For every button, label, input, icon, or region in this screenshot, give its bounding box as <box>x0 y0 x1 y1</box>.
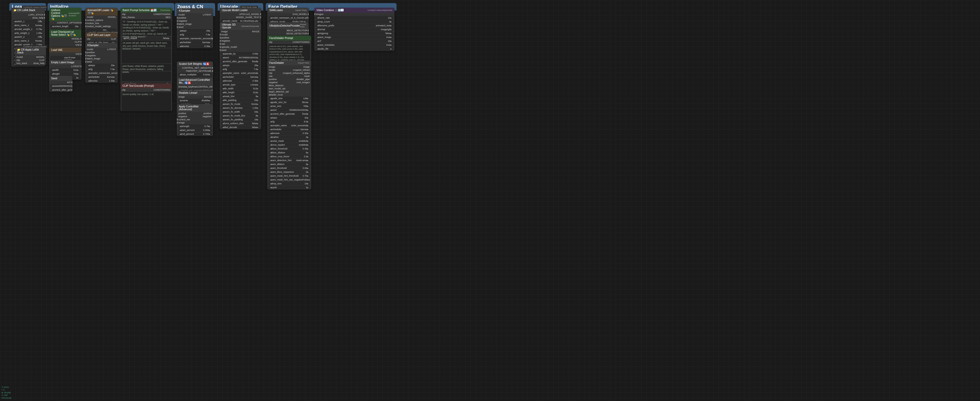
widget-base_multiplier[interactable]: ◀base_multiplier0.825▶ <box>178 73 212 76</box>
widget-denoise[interactable]: ◀denoise1.00▶ <box>86 79 116 82</box>
widget-width[interactable]: ◀width512▶ <box>50 68 80 72</box>
neg-text[interactable]: (worst quality, low quality: 1.4) <box>121 92 171 111</box>
canvas[interactable]: Lora Comfyroll Custom Nodes 📁 CR LoRA St… <box>0 0 980 401</box>
widget-denoise[interactable]: ◀denoise0.30▶ <box>178 44 212 48</box>
widget-filename_prefix[interactable]: ◀filename_prefixanimated_test▶ <box>315 24 393 27</box>
widget-cfg[interactable]: ◀cfg7.0▶ <box>178 33 212 36</box>
node-clip-encode[interactable]: CLIP Text Encode (Prompt) clipCONDITIONI… <box>121 83 172 111</box>
node-facedetailer[interactable]: FaceDetailerImpact Pack imageimagemodelc… <box>267 60 311 190</box>
widget-sam_threshold[interactable]: ◀sam_threshold0.93▶ <box>268 166 310 170</box>
widget-scheduler[interactable]: ◀schedulerkarras▶ <box>178 41 212 44</box>
widget-seam_fix_mask_blur[interactable]: ◀seam_fix_mask_blur8▶ <box>221 114 260 117</box>
widget-tiled_decode[interactable]: ◀tiled_decodefalse▶ <box>221 125 260 129</box>
widget-seed[interactable]: ◀seed78296618443029▶ <box>268 108 310 112</box>
widget-denoise[interactable]: ◀denoise0.30▶ <box>221 79 260 82</box>
widget-sam_mask_hint_threshold[interactable]: ◀sam_mask_hint_threshold0.70▶ <box>268 174 310 178</box>
widget-end_percent[interactable]: ◀end_percent0.750▶ <box>178 132 212 136</box>
node-title: 📁 CR LoRA Stack <box>13 9 35 12</box>
widget-feather[interactable]: ◀feather3▶ <box>268 135 310 139</box>
widget-loop_count[interactable]: ◀loop_count4▶ <box>315 20 393 24</box>
widget-height[interactable]: ◀height768▶ <box>50 72 80 76</box>
widget-control_after_generate[interactable]: ◀control_after_generatefixed▶ <box>50 88 72 92</box>
widget-seam_fix_width[interactable]: ◀seam_fix_width64▶ <box>221 110 260 114</box>
widget-crf[interactable]: ◀crf18▶ <box>315 39 393 43</box>
node-upscale-loader[interactable]: Upscale Model Loader UPSCALE_MODEL MODEL… <box>220 8 261 23</box>
pre-text[interactable]: 18 years old girl, adult girl, solo, bla… <box>121 41 171 48</box>
widget-model_name[interactable]: ◀model_namesam_vit_b_01ec64.pth▶ <box>268 16 308 20</box>
node-apply-lora[interactable]: 📁 CR Apply LoRA Stack modelMODEL clipCLI… <box>15 47 46 65</box>
widget-audio_file[interactable]: ◀audio_file▶ <box>315 47 393 51</box>
widget-pingpong[interactable]: ◀pingpongfalse▶ <box>315 32 393 35</box>
widget-seam_fix_denoise[interactable]: ◀seam_fix_denoise1.00▶ <box>221 106 260 110</box>
widget-steps[interactable]: ◀steps20▶ <box>86 63 116 67</box>
widget-sam_detection_hint[interactable]: ◀sam_detection_hintmask-area▶ <box>268 158 310 162</box>
widget-switch_2[interactable]: ◀switch_2Off▶ <box>13 35 44 39</box>
node-ksampler2[interactable]: KSampler modelLATENT positive negative l… <box>177 8 213 48</box>
widget-sampler_name[interactable]: ◀sampler_nameeuler_ancestral▶ <box>86 71 116 75</box>
widget-tile_padding[interactable]: ◀tile_padding64▶ <box>221 98 260 102</box>
widget-start_percent[interactable]: ◀start_percent0.000▶ <box>178 128 212 132</box>
widget-model_weight_1[interactable]: ◀model_weight_10.70▶ <box>13 27 44 31</box>
widget-force_inpaint[interactable]: ◀force_inpaintenabled▶ <box>268 143 310 147</box>
widget-frame_rate[interactable]: ◀frame_rate12▶ <box>315 16 393 20</box>
node-sam[interactable]: SAMLoaderImpact Pack SAM_MODEL ◀model_na… <box>267 8 309 24</box>
widget-seam_fix_padding[interactable]: ◀seam_fix_padding16▶ <box>221 118 260 121</box>
node-apply-cn[interactable]: Apply ControlNet (Advanced) positiveposi… <box>177 104 213 136</box>
node-video[interactable]: Video Combine 🎥🆗🆂ComfyUI-VideoHelperSuit… <box>314 8 395 51</box>
widget-sampler_name[interactable]: ◀sampler_nameeuler_ancestral▶ <box>221 71 260 75</box>
widget-scheduler[interactable]: ◀schedulerkarras▶ <box>268 128 310 131</box>
widget-lora_name_1[interactable]: ◀lora_name_1None▶ <box>13 24 44 27</box>
widget-drop_size[interactable]: ◀drop_size10▶ <box>268 182 310 185</box>
widget-tile_height[interactable]: ◀tile_height512▶ <box>221 90 260 94</box>
widget-switch_1[interactable]: ◀switch_1Off▶ <box>13 20 44 23</box>
widget-cfg[interactable]: ◀cfg7.0▶ <box>86 67 116 71</box>
widget-cfg[interactable]: ◀cfg8.0▶ <box>268 120 310 124</box>
node-ultimate-sd[interactable]: Ultimate SD UpscaleUltimateSDUpscale ima… <box>220 22 261 129</box>
widget-guide_size_for[interactable]: ◀guide_size_forbbox▶ <box>268 100 310 104</box>
widget-save_metadata[interactable]: ◀save_metadatatrue▶ <box>315 43 393 47</box>
widget-steps[interactable]: ◀steps20▶ <box>268 116 310 120</box>
widget-bbox_crop_factor[interactable]: ◀bbox_crop_factor2.0▶ <box>268 155 310 158</box>
node-fd-prompt[interactable]: FaceDetailer Prompt clipCONDITIONING (na… <box>267 36 311 61</box>
widget-mode_type[interactable]: ◀mode_typeLinear▶ <box>221 83 260 87</box>
widget-noise_mask[interactable]: ◀noise_maskenabled▶ <box>268 139 310 143</box>
widget-tile_width[interactable]: ◀tile_width512▶ <box>221 87 260 90</box>
node-seed[interactable]: Seed INT ◀noise9990994542▶◀control_after… <box>49 76 72 92</box>
widget-lora_name_2[interactable]: ◀lora_name_2None▶ <box>13 39 44 43</box>
widget-save_image[interactable]: ◀save_imagetrue▶ <box>315 35 393 39</box>
widget-scheduler[interactable]: ◀schedulerkarras▶ <box>86 75 116 79</box>
widget-control_after_generate[interactable]: ◀control_after_generatefixed▶ <box>268 112 310 116</box>
widget-bbox_threshold[interactable]: ◀bbox_threshold0.35▶ <box>268 147 310 151</box>
widget-denoise[interactable]: ◀denoise0.30▶ <box>268 132 310 135</box>
widget-sam_bbox_expansion[interactable]: ◀sam_bbox_expansion0▶ <box>268 170 310 174</box>
widget-force_uniform_tiles[interactable]: ◀force_uniform_tilesfalse▶ <box>221 122 260 125</box>
widget-cycle[interactable]: ◀cycle1▶ <box>268 185 310 189</box>
widget-sam_mask_hint_use_negative[interactable]: ◀sam_mask_hint_use_negativeFalse▶ <box>268 178 310 182</box>
widget-steps[interactable]: ◀steps20▶ <box>221 63 260 67</box>
widget-cfg[interactable]: ◀cfg7.0▶ <box>221 67 260 71</box>
widget-format[interactable]: ◀formatimage/gif▶ <box>315 28 393 31</box>
widget-sam_dilation[interactable]: ◀sam_dilation0▶ <box>268 162 310 166</box>
widget-coarse[interactable]: ◀coarsedisable▶ <box>178 99 212 102</box>
prompt-text[interactable]: "0" :"(smiling: (0.5+0.5*sin(t/12))) , c… <box>121 19 171 36</box>
widget-strength[interactable]: ◀strength0.75▶ <box>178 124 212 128</box>
widget-seam_fix_mode[interactable]: ◀seam_fix_modeNone▶ <box>221 102 260 106</box>
widget-context_length[interactable]: ◀context_length16▶ <box>50 25 80 28</box>
widget-clip_weight_1[interactable]: ◀clip_weight_11.00▶ <box>13 31 44 35</box>
app-text[interactable]: pink flower, white flower, wisteria, pet… <box>121 64 171 71</box>
widget-noise[interactable]: ◀noise9990994542▶ <box>50 84 72 88</box>
widget-seed[interactable]: ◀seed94749856426342▶ <box>221 56 260 59</box>
fd-text[interactable]: (natural skin:0.87), (skin details, skin… <box>268 44 310 61</box>
widget-scheduler[interactable]: ◀schedulerkarras▶ <box>221 75 260 79</box>
widget-bbox_dilation[interactable]: ◀bbox_dilation5▶ <box>268 151 310 154</box>
widget-control_after_generate[interactable]: ◀control_after_generatefixed▶ <box>221 60 260 63</box>
widget-sampler_name[interactable]: ◀sampler_nameeuler_ancestral▶ <box>268 124 310 127</box>
widget-mask_blur[interactable]: ◀mask_blur8▶ <box>221 95 260 98</box>
widget-sampler_name[interactable]: ◀sampler_nameeuler_ancestral▶ <box>178 36 212 40</box>
widget-steps[interactable]: ◀steps20▶ <box>178 29 212 33</box>
widget-upscale_by[interactable]: ◀upscale_by2.00▶ <box>221 52 260 55</box>
node-title: 📁 CR Apply LoRA Stack <box>17 48 44 54</box>
node-ksampler-init[interactable]: KSampler modelLATENT positive negative l… <box>85 43 118 83</box>
widget-guide_size[interactable]: ◀guide_size128▶ <box>268 97 310 100</box>
widget-max_size[interactable]: ◀max_size768▶ <box>268 104 310 108</box>
